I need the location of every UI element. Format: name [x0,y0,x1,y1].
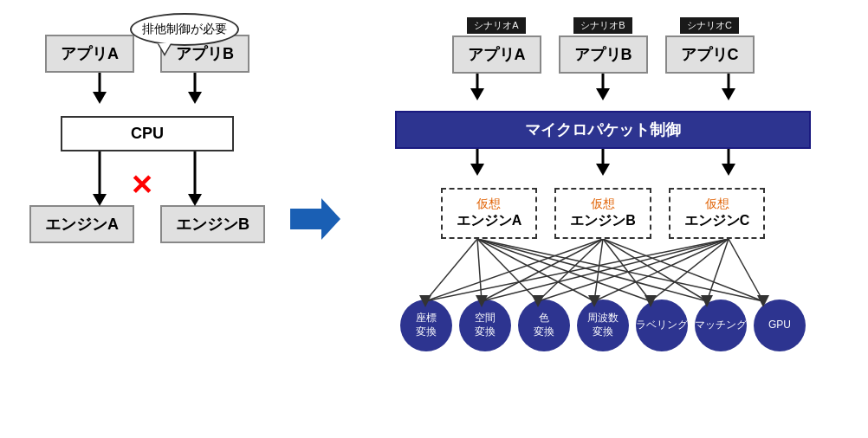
svg-marker-48 [757,295,769,307]
right-app-b: アプリB [559,35,648,74]
right-app-a: アプリA [452,35,541,74]
right-diagram: シナリオA アプリA シナリオB アプリB シナリオC アプリC [347,9,859,429]
left-cpu: CPU [61,116,234,151]
svg-marker-12 [596,88,610,100]
svg-marker-20 [722,164,735,176]
right-app-c: アプリC [665,35,755,74]
svg-line-31 [594,239,603,301]
right-scenario-b: シナリオB アプリB [559,17,648,74]
left-diagram: 排他制御が必要 アプリA アプリB [9,9,286,429]
right-scenario-a: シナリオA アプリA [452,17,541,74]
scenario-b-label: シナリオB [573,17,632,34]
svg-line-26 [477,239,707,301]
scenario-a-label: シナリオA [467,17,525,34]
svg-marker-42 [419,295,431,307]
right-scenario-c: シナリオC アプリC [665,17,755,74]
svg-marker-44 [532,295,544,307]
svg-marker-3 [188,92,202,104]
speech-bubble: 排他制御が必要 [130,13,239,46]
svg-marker-16 [470,164,484,176]
virtual-engine-c: 仮想 エンジンC [669,188,766,239]
engine-to-circle-lines [395,239,811,308]
svg-marker-10 [470,88,484,100]
virtual-engine-a: 仮想 エンジンA [441,188,538,239]
svg-line-29 [482,239,603,301]
svg-marker-5 [93,194,107,206]
svg-marker-46 [645,295,657,307]
svg-line-25 [477,239,651,301]
svg-marker-7 [188,194,202,206]
scenario-c-label: シナリオC [680,17,739,34]
svg-line-23 [477,239,538,301]
virtual-engine-b: 仮想 エンジンB [554,188,651,239]
svg-marker-45 [588,295,600,307]
svg-marker-18 [596,164,610,176]
svg-line-41 [729,239,763,301]
big-arrow-svg [290,193,342,245]
svg-marker-47 [701,295,713,307]
right-app-to-micro-arrows [395,74,811,104]
x-mark: ✕ [130,169,153,202]
svg-line-37 [538,239,729,301]
left-app-to-cpu-arrows [52,73,243,107]
svg-marker-8 [290,198,340,240]
right-micro-to-engine-arrows [395,149,811,179]
virtual-engines-row: 仮想 エンジンA 仮想 エンジンB 仮想 エンジンC [441,188,766,239]
svg-marker-14 [722,88,735,100]
svg-line-22 [477,239,482,301]
svg-marker-1 [93,92,107,104]
svg-marker-43 [476,295,488,307]
left-app-a: アプリA [45,35,134,73]
main-arrow [286,9,347,429]
micropacket-control: マイクロパケット制御 [395,111,811,149]
